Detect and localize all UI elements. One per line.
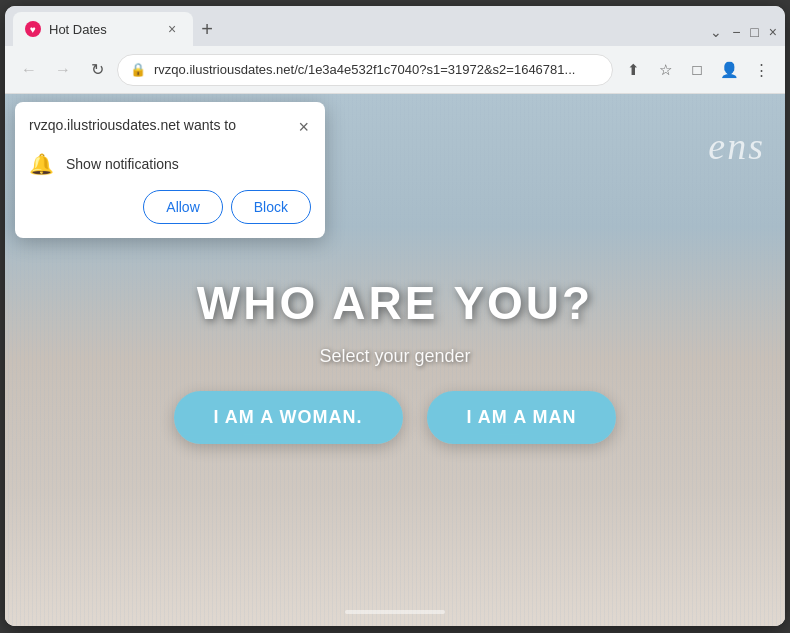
url-bar[interactable]: 🔒 rvzqo.ilustriousdates.net/c/1e3a4e532f… (117, 54, 613, 86)
allow-button[interactable]: Allow (143, 190, 222, 224)
tab-title: Hot Dates (49, 22, 155, 37)
tab-favicon: ♥ (25, 21, 41, 37)
sub-heading: Select your gender (319, 346, 470, 367)
popup-close-button[interactable]: × (296, 116, 311, 138)
bell-icon: 🔔 (29, 152, 54, 176)
url-text: rvzqo.ilustriousdates.net/c/1e3a4e532f1c… (154, 62, 600, 77)
bookmark-button[interactable]: ☆ (651, 56, 679, 84)
maximize-button[interactable]: □ (750, 24, 758, 40)
content-area: ens WHO ARE YOU? Select your gender I AM… (5, 94, 785, 626)
popup-actions: Allow Block (15, 190, 325, 238)
tab-close-button[interactable]: × (163, 20, 181, 38)
new-tab-button[interactable]: + (193, 15, 221, 43)
refresh-button[interactable]: ↻ (83, 56, 111, 84)
block-button[interactable]: Block (231, 190, 311, 224)
active-tab[interactable]: ♥ Hot Dates × (13, 12, 193, 46)
woman-button[interactable]: I AM A WOMAN. (174, 391, 403, 444)
lock-icon: 🔒 (130, 62, 146, 77)
popup-site-text: rvzqo.ilustriousdates.net wants to (29, 116, 236, 134)
minimize-button[interactable]: − (732, 24, 740, 40)
share-button[interactable]: ⬆ (619, 56, 647, 84)
menu-button[interactable]: ⋮ (747, 56, 775, 84)
man-button[interactable]: I AM A MAN (427, 391, 617, 444)
site-watermark: ens (708, 124, 765, 168)
address-bar: ← → ↻ 🔒 rvzqo.ilustriousdates.net/c/1e3a… (5, 46, 785, 94)
chevron-down-icon[interactable]: ⌄ (710, 24, 722, 40)
extensions-button[interactable]: □ (683, 56, 711, 84)
window-controls: ⌄ − □ × (710, 24, 777, 46)
notification-popup: rvzqo.ilustriousdates.net wants to × 🔔 S… (15, 102, 325, 238)
profile-button[interactable]: 👤 (715, 56, 743, 84)
close-button[interactable]: × (769, 24, 777, 40)
browser-window: ♥ Hot Dates × + ⌄ − □ × ← → ↻ 🔒 rvzqo.il… (5, 6, 785, 626)
popup-notification-item: 🔔 Show notifications (15, 146, 325, 190)
popup-notification-label: Show notifications (66, 156, 179, 172)
back-button[interactable]: ← (15, 56, 43, 84)
forward-button[interactable]: → (49, 56, 77, 84)
tab-bar: ♥ Hot Dates × + ⌄ − □ × (5, 6, 785, 46)
popup-header: rvzqo.ilustriousdates.net wants to × (15, 102, 325, 146)
address-actions: ⬆ ☆ □ 👤 ⋮ (619, 56, 775, 84)
main-heading: WHO ARE YOU? (197, 276, 593, 330)
scroll-indicator (345, 610, 445, 614)
gender-button-group: I AM A WOMAN. I AM A MAN (174, 391, 617, 444)
